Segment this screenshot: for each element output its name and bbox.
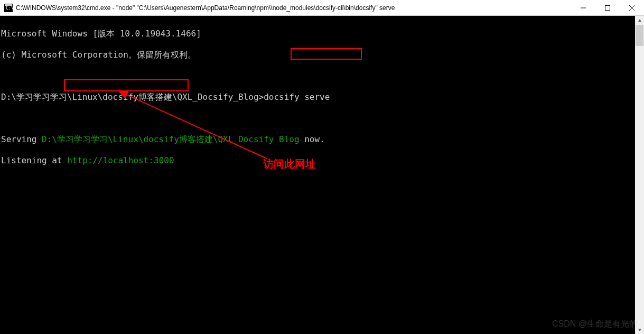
window-controls bbox=[571, 0, 644, 15]
serving-suffix: now. bbox=[300, 134, 325, 144]
scroll-up-button[interactable] bbox=[635, 16, 644, 25]
prompt-path: D:\学习学习学习\Linux\docsify博客搭建\QXL_Docsify_… bbox=[1, 92, 264, 102]
scrollbar-thumb[interactable] bbox=[636, 25, 643, 46]
cmd-icon: C:\ bbox=[4, 4, 13, 12]
listening-url: http://localhost:3000 bbox=[67, 155, 174, 165]
minimize-button[interactable] bbox=[571, 0, 595, 15]
serving-prefix: Serving bbox=[1, 134, 42, 144]
scrollbar-track[interactable] bbox=[635, 25, 644, 325]
typed-command: docsify serve bbox=[264, 92, 330, 102]
svg-text:C:\: C:\ bbox=[6, 6, 13, 11]
maximize-button[interactable] bbox=[595, 0, 620, 15]
version-line: Microsoft Windows [版本 10.0.19043.1466] bbox=[1, 29, 201, 39]
svg-rect-4 bbox=[605, 5, 610, 10]
listening-prefix: Listening at bbox=[1, 155, 67, 165]
vertical-scrollbar[interactable] bbox=[635, 16, 644, 334]
close-button[interactable] bbox=[620, 0, 644, 15]
watermark: CSDN @生命是有光的 bbox=[552, 319, 638, 330]
window-title-bar: C:\ C:\WINDOWS\system32\cmd.exe - "node"… bbox=[0, 0, 644, 16]
svg-marker-10 bbox=[638, 329, 641, 331]
svg-marker-9 bbox=[638, 19, 641, 22]
serving-path: D:\学习学习学习\Linux\docsify博客搭建\QXL_Docsify_… bbox=[42, 134, 300, 144]
terminal-output[interactable]: Microsoft Windows [版本 10.0.19043.1466] (… bbox=[0, 16, 644, 179]
window-title: C:\WINDOWS\system32\cmd.exe - "node" "C:… bbox=[16, 4, 571, 12]
copyright-line: (c) Microsoft Corporation。保留所有权利。 bbox=[1, 50, 196, 60]
